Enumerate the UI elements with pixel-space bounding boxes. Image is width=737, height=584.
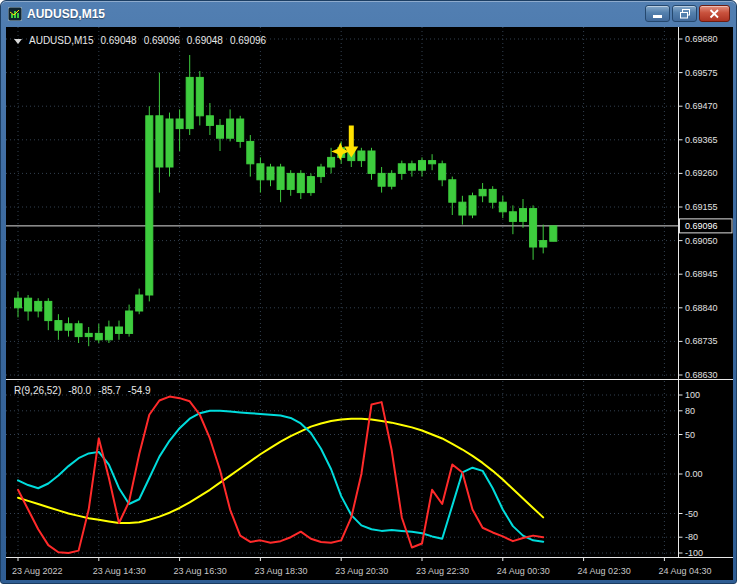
window-controls: [645, 5, 730, 22]
minimize-icon: [652, 9, 663, 19]
candle: [469, 193, 476, 219]
chart-canvas[interactable]: 0.696800.695750.694700.693650.692600.691…: [6, 27, 733, 580]
price-axis-label: 0.68735: [685, 336, 718, 346]
time-axis-label: 23 Aug 20:30: [335, 566, 388, 576]
time-axis-label: 24 Aug 00:30: [497, 566, 550, 576]
candle: [146, 106, 153, 301]
candle: [307, 173, 314, 195]
price-axis-label: 0.69680: [685, 34, 718, 44]
indicator-axis-label: 100: [685, 390, 700, 400]
price-axis-label: 0.69365: [685, 135, 718, 145]
indicator-axis-label: -80: [685, 532, 698, 542]
price-axis-label: 0.68840: [685, 303, 718, 313]
time-axis-label: 23 Aug 14:30: [93, 566, 146, 576]
symbol-dropdown-icon[interactable]: [14, 39, 22, 44]
chart-client-area: 0.696800.695750.694700.693650.692600.691…: [6, 27, 733, 580]
time-axis-label: 23 Aug 18:30: [254, 566, 307, 576]
bid-price-box: 0.69096: [680, 219, 733, 233]
time-axis-label: 24 Aug 04:30: [658, 566, 711, 576]
candle: [550, 226, 557, 241]
price-axis-label: 0.69470: [685, 101, 718, 111]
restore-button[interactable]: [672, 5, 697, 22]
candle: [388, 170, 395, 189]
titlebar[interactable]: AUDUSD,M15: [1, 1, 736, 27]
restore-icon: [679, 8, 691, 19]
minimize-button[interactable]: [645, 5, 670, 22]
time-axis-label: 23 Aug 22:30: [416, 566, 469, 576]
bid-price-label: 0.69096: [685, 221, 718, 231]
window-icon: [8, 7, 22, 21]
price-axis-label: 0.68630: [685, 370, 718, 380]
indicator-axis-label: 0.00: [685, 469, 703, 479]
window-title: AUDUSD,M15: [27, 7, 105, 21]
indicator-axis-label: -50: [685, 509, 698, 519]
candle: [166, 113, 173, 177]
time-axis-label: 23 Aug 2022: [12, 566, 63, 576]
indicator-axis-label: 80: [685, 406, 695, 416]
close-button[interactable]: [699, 5, 730, 22]
price-axis-label: 0.69155: [685, 202, 718, 212]
time-axis-label: 24 Aug 02:30: [578, 566, 631, 576]
price-axis-label: 0.69575: [685, 68, 718, 78]
indicator-axis-label: 50: [685, 430, 695, 440]
price-axis-label: 0.68945: [685, 269, 718, 279]
chart-window: AUDUSD,M15 0.696800.695750.694700.693650…: [0, 0, 737, 584]
price-axis-label: 0.69050: [685, 236, 718, 246]
indicator-axis-label: -100: [685, 548, 703, 558]
close-icon: [709, 9, 720, 19]
price-axis-label: 0.69260: [685, 168, 718, 178]
time-axis-label: 23 Aug 16:30: [174, 566, 227, 576]
